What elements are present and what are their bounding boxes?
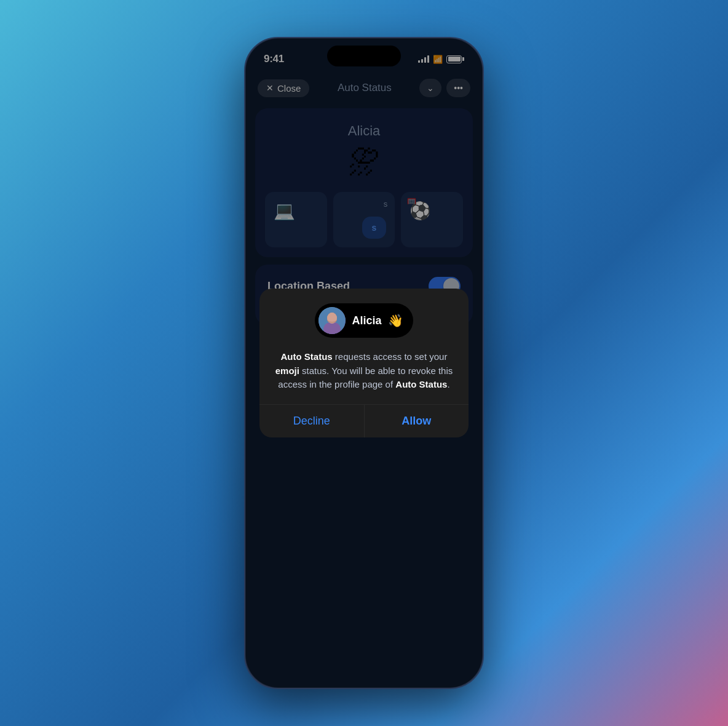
modal-body: Auto Status requests access to set your … bbox=[259, 338, 469, 392]
svg-point-3 bbox=[327, 313, 337, 324]
decline-button[interactable]: Decline bbox=[259, 405, 365, 437]
emoji-bold: emoji bbox=[275, 365, 299, 376]
allow-label: Allow bbox=[402, 415, 431, 427]
allow-button[interactable]: Allow bbox=[365, 405, 469, 437]
decline-label: Decline bbox=[293, 415, 330, 427]
user-pill: Alicia 👋 bbox=[315, 303, 413, 338]
phone-frame: 9:41 📶 ✕ Close Auto Status ⌄ • bbox=[244, 37, 484, 689]
app-name-bold-2: Auto Status bbox=[395, 379, 447, 389]
user-pill-emoji: 👋 bbox=[388, 313, 403, 328]
modal-actions: Decline Allow bbox=[259, 404, 469, 437]
user-avatar bbox=[318, 307, 346, 334]
modal-overlay: Alicia 👋 Auto Status requests access to … bbox=[245, 38, 483, 688]
modal-text: Auto Status requests access to set your … bbox=[274, 350, 454, 392]
app-name-bold-1: Auto Status bbox=[281, 351, 333, 362]
user-pill-name: Alicia bbox=[352, 314, 381, 327]
permission-modal: Alicia 👋 Auto Status requests access to … bbox=[259, 289, 469, 437]
modal-header: Alicia 👋 bbox=[259, 289, 469, 338]
